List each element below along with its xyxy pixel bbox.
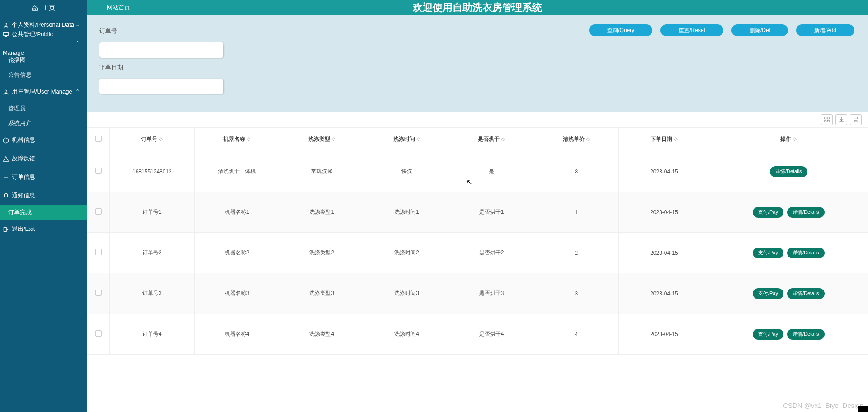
menu-order-info[interactable]: 订单信息 [0, 168, 87, 186]
row-action-button[interactable]: 支付/Pay [753, 248, 783, 258]
sub-sysuser[interactable]: 系统用户 [0, 116, 87, 131]
row-action-button[interactable]: 支付/Pay [753, 207, 783, 218]
export-icon[interactable] [835, 114, 847, 125]
cell-time: 洗涤时间3 [364, 273, 449, 314]
cell-price: 3 [534, 273, 619, 314]
cell-date: 2023-04-15 [619, 151, 709, 192]
cell-machine: 机器名称3 [194, 273, 279, 314]
orders-table: 订单号◇ 机器名称◇ 洗涤类型◇ 洗涤时间◇ 是否烘干◇ 清洗单价◇ 下单日期◇… [87, 127, 868, 355]
grid-icon[interactable] [821, 114, 833, 125]
chevron-down-icon: ⌄ [75, 15, 80, 34]
table-row: 订单号4机器名称4洗涤类型4洗涤时间4是否烘干442023-04-15支付/Pa… [87, 314, 868, 355]
cell-dry: 是 [449, 151, 534, 192]
col-type[interactable]: 洗涤类型◇ [279, 128, 364, 151]
cell-time: 洗涤时间2 [364, 233, 449, 273]
row-action-button[interactable]: 支付/Pay [753, 288, 783, 299]
svg-rect-7 [827, 120, 829, 122]
cell-price: 8 [534, 151, 619, 192]
cell-op: 支付/Pay详情/Details [709, 233, 868, 273]
col-machine[interactable]: 机器名称◇ [194, 128, 279, 151]
cell-machine: 机器名称4 [194, 314, 279, 355]
row-checkbox[interactable] [95, 330, 102, 337]
row-action-button[interactable]: 详情/Details [787, 248, 825, 258]
query-button[interactable]: 查询/Query [589, 24, 652, 36]
row-action-button[interactable]: 详情/Details [787, 207, 825, 218]
cell-type: 洗涤类型2 [279, 233, 364, 273]
row-checkbox[interactable] [95, 249, 102, 255]
svg-rect-1 [4, 32, 9, 35]
cell-dry: 是否烘干4 [449, 314, 534, 355]
cell-time: 快洗 [364, 151, 449, 192]
table-wrap[interactable]: 订单号◇ 机器名称◇ 洗涤类型◇ 洗涤时间◇ 是否烘干◇ 清洗单价◇ 下单日期◇… [87, 127, 868, 412]
menu-label: 订单信息 [12, 173, 35, 180]
row-action-button[interactable]: 详情/Details [787, 288, 825, 299]
header: 网站首页 欢迎使用自助洗衣房管理系统 [87, 0, 868, 15]
home-link[interactable]: 主页 [0, 0, 87, 15]
col-price[interactable]: 清洗单价◇ [534, 128, 619, 151]
sort-icon: ◇ [332, 136, 335, 141]
date-input[interactable] [99, 79, 223, 94]
cell-machine: 清洗烘干一体机 [194, 151, 279, 192]
row-checkbox[interactable] [95, 208, 102, 215]
row-action-button[interactable]: 详情/Details [787, 329, 825, 340]
menu-public-manage[interactable]: 公共管理/Public Manage ⌃ [0, 34, 87, 52]
menu-machine-info[interactable]: 机器信息 [0, 131, 87, 149]
chevron-up-icon: ⌃ [75, 82, 80, 101]
main-area: 网站首页 欢迎使用自助洗衣房管理系统 订单号 下单日期 查询/Query 重置/… [87, 0, 868, 412]
table-header-row: 订单号◇ 机器名称◇ 洗涤类型◇ 洗涤时间◇ 是否烘干◇ 清洗单价◇ 下单日期◇… [87, 128, 868, 151]
bell-icon [3, 193, 9, 199]
select-all-checkbox[interactable] [95, 136, 102, 142]
menu-user-manage[interactable]: 用户管理/User Manage ⌃ [0, 82, 87, 101]
reset-button[interactable]: 重置/Reset [660, 24, 723, 36]
cell-time: 洗涤时间1 [364, 192, 449, 233]
table-row: 订单号3机器名称3洗涤类型3洗涤时间3是否烘干332023-04-15支付/Pa… [87, 273, 868, 314]
user-icon [3, 89, 9, 95]
alert-icon [3, 156, 9, 162]
table-toolbar [87, 112, 868, 127]
menu-exit[interactable]: 退出/Exit [0, 220, 87, 238]
sort-icon: ◇ [674, 136, 678, 141]
table-row: 订单号2机器名称2洗涤类型2洗涤时间2是否烘干222023-04-15支付/Pa… [87, 233, 868, 273]
cube-icon [3, 137, 9, 144]
col-dry[interactable]: 是否烘干◇ [449, 128, 534, 151]
home-icon [32, 5, 38, 11]
sub-notice[interactable]: 公告信息 [0, 67, 87, 82]
sub-carousel[interactable]: 轮播图 [0, 52, 87, 67]
svg-rect-8 [854, 117, 858, 119]
row-action-button[interactable]: 支付/Pay [753, 329, 783, 340]
row-action-button[interactable]: 详情/Details [770, 166, 807, 177]
sub-admin[interactable]: 管理员 [0, 101, 87, 116]
sort-icon: ◇ [417, 136, 420, 141]
page-title: 欢迎使用自助洗衣房管理系统 [87, 1, 868, 14]
cell-order: 订单号1 [110, 192, 195, 233]
cell-machine: 机器名称2 [194, 233, 279, 273]
date-label: 下单日期 [99, 63, 223, 71]
menu-notice-info[interactable]: 通知信息 [0, 186, 87, 205]
cell-date: 2023-04-15 [619, 233, 709, 273]
row-checkbox[interactable] [95, 168, 102, 174]
breadcrumb[interactable]: 网站首页 [107, 4, 130, 12]
menu-fault-feedback[interactable]: 故障反馈 [0, 149, 87, 168]
menu-label: 退出/Exit [12, 225, 35, 232]
monitor-icon [3, 31, 9, 37]
cell-order: 订单号2 [110, 233, 195, 273]
svg-rect-5 [827, 117, 829, 119]
col-time[interactable]: 洗涤时间◇ [364, 128, 449, 151]
cell-dry: 是否烘干1 [449, 192, 534, 233]
cell-type: 洗涤类型1 [279, 192, 364, 233]
cell-price: 1 [534, 192, 619, 233]
col-date[interactable]: 下单日期◇ [619, 128, 709, 151]
table-row: 1681551248012清洗烘干一体机常规洗涤快洗是82023-04-15详情… [87, 151, 868, 192]
cell-op: 支付/Pay详情/Details [709, 273, 868, 314]
row-checkbox[interactable] [95, 290, 102, 296]
add-button[interactable]: 新增/Add [796, 24, 854, 36]
order-label: 订单号 [99, 27, 223, 35]
order-input[interactable] [99, 42, 223, 58]
menu-label: 故障反馈 [12, 155, 35, 162]
print-icon[interactable] [850, 114, 862, 125]
col-order[interactable]: 订单号◇ [110, 128, 195, 151]
menu-order-complete[interactable]: 订单完成 [0, 205, 87, 220]
list-icon [3, 174, 9, 181]
svg-rect-3 [4, 227, 6, 231]
delete-button[interactable]: 删除/Del [731, 24, 788, 36]
